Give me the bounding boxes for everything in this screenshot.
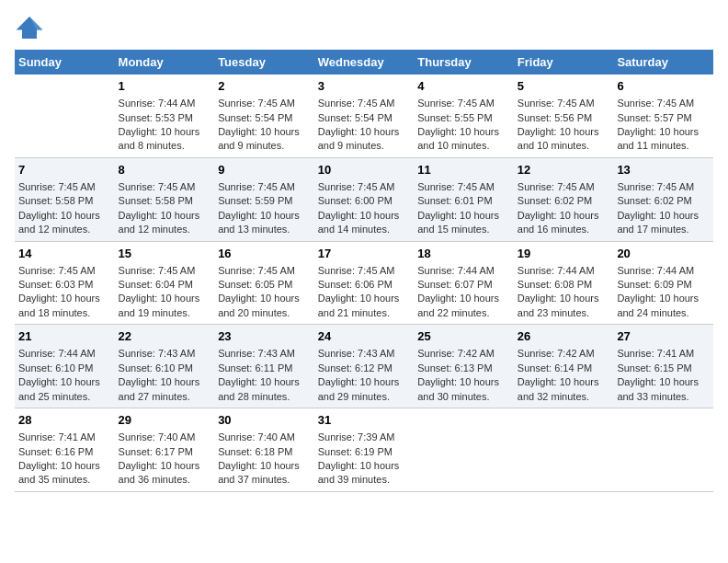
calendar-cell: 11Sunrise: 7:45 AMSunset: 6:01 PMDayligh… — [414, 157, 514, 241]
day-number: 9 — [218, 162, 311, 178]
col-header-sunday: Sunday — [15, 50, 115, 75]
day-number: 3 — [318, 78, 411, 95]
cell-content: Sunrise: 7:44 AMSunset: 6:08 PMDaylight:… — [518, 264, 610, 321]
day-number: 20 — [617, 246, 710, 262]
calendar-cell: 1Sunrise: 7:44 AMSunset: 5:53 PMDaylight… — [115, 75, 215, 157]
cell-content: Sunrise: 7:45 AMSunset: 5:54 PMDaylight:… — [218, 97, 311, 154]
calendar-cell: 24Sunrise: 7:43 AMSunset: 6:12 PMDayligh… — [314, 325, 415, 408]
logo-icon — [15, 15, 44, 40]
calendar-cell: 8Sunrise: 7:45 AMSunset: 5:58 PMDaylight… — [115, 157, 215, 241]
cell-content: Sunrise: 7:45 AMSunset: 6:00 PMDaylight:… — [318, 180, 411, 237]
calendar-week-3: 14Sunrise: 7:45 AMSunset: 6:03 PMDayligh… — [15, 241, 713, 325]
day-number: 17 — [318, 246, 411, 262]
day-number: 27 — [617, 328, 710, 345]
day-number: 11 — [417, 162, 510, 178]
calendar-week-1: 1Sunrise: 7:44 AMSunset: 5:53 PMDaylight… — [15, 75, 713, 157]
calendar-cell: 25Sunrise: 7:42 AMSunset: 6:13 PMDayligh… — [414, 325, 514, 408]
cell-content: Sunrise: 7:45 AMSunset: 5:58 PMDaylight:… — [119, 180, 211, 237]
day-number: 12 — [518, 162, 610, 178]
day-number: 19 — [518, 246, 610, 262]
cell-content: Sunrise: 7:45 AMSunset: 5:58 PMDaylight:… — [18, 180, 111, 237]
logo — [15, 15, 48, 40]
day-number: 6 — [617, 78, 710, 95]
calendar-cell: 9Sunrise: 7:45 AMSunset: 5:59 PMDaylight… — [214, 157, 314, 241]
day-number: 13 — [617, 162, 710, 178]
day-number: 7 — [18, 162, 111, 178]
day-number: 1 — [119, 78, 211, 95]
day-number: 5 — [518, 78, 610, 95]
calendar-cell: 18Sunrise: 7:44 AMSunset: 6:07 PMDayligh… — [414, 241, 514, 325]
calendar-cell: 3Sunrise: 7:45 AMSunset: 5:54 PMDaylight… — [314, 75, 415, 157]
calendar-cell: 29Sunrise: 7:40 AMSunset: 6:17 PMDayligh… — [115, 408, 215, 492]
col-header-saturday: Saturday — [613, 50, 713, 75]
cell-content: Sunrise: 7:45 AMSunset: 5:56 PMDaylight:… — [518, 97, 610, 154]
cell-content: Sunrise: 7:45 AMSunset: 5:59 PMDaylight:… — [218, 180, 311, 237]
cell-content: Sunrise: 7:45 AMSunset: 5:57 PMDaylight:… — [617, 97, 710, 154]
cell-content: Sunrise: 7:44 AMSunset: 6:09 PMDaylight:… — [617, 264, 710, 321]
cell-content: Sunrise: 7:44 AMSunset: 5:53 PMDaylight:… — [119, 97, 211, 154]
cell-content: Sunrise: 7:45 AMSunset: 6:02 PMDaylight:… — [518, 180, 610, 237]
cell-content: Sunrise: 7:42 AMSunset: 6:14 PMDaylight:… — [518, 347, 610, 404]
day-number: 2 — [218, 78, 311, 95]
day-number: 25 — [417, 328, 510, 345]
cell-content: Sunrise: 7:45 AMSunset: 6:06 PMDaylight:… — [318, 264, 411, 321]
calendar-cell: 27Sunrise: 7:41 AMSunset: 6:15 PMDayligh… — [613, 325, 713, 408]
cell-content: Sunrise: 7:41 AMSunset: 6:16 PMDaylight:… — [18, 431, 111, 488]
calendar-cell: 14Sunrise: 7:45 AMSunset: 6:03 PMDayligh… — [15, 241, 115, 325]
cell-content: Sunrise: 7:44 AMSunset: 6:07 PMDaylight:… — [417, 264, 510, 321]
day-number: 24 — [318, 328, 411, 345]
calendar-cell: 17Sunrise: 7:45 AMSunset: 6:06 PMDayligh… — [314, 241, 415, 325]
col-header-friday: Friday — [514, 50, 614, 75]
header — [15, 15, 713, 40]
calendar-cell: 21Sunrise: 7:44 AMSunset: 6:10 PMDayligh… — [15, 325, 115, 408]
calendar-cell: 16Sunrise: 7:45 AMSunset: 6:05 PMDayligh… — [214, 241, 314, 325]
calendar-cell — [613, 408, 713, 492]
col-header-monday: Monday — [115, 50, 215, 75]
calendar-week-4: 21Sunrise: 7:44 AMSunset: 6:10 PMDayligh… — [15, 325, 713, 408]
cell-content: Sunrise: 7:39 AMSunset: 6:19 PMDaylight:… — [318, 431, 411, 488]
calendar-cell: 23Sunrise: 7:43 AMSunset: 6:11 PMDayligh… — [214, 325, 314, 408]
day-number: 28 — [18, 412, 111, 429]
calendar-cell: 12Sunrise: 7:45 AMSunset: 6:02 PMDayligh… — [514, 157, 614, 241]
cell-content: Sunrise: 7:45 AMSunset: 6:03 PMDaylight:… — [18, 264, 111, 321]
day-number: 21 — [18, 328, 111, 345]
calendar-week-5: 28Sunrise: 7:41 AMSunset: 6:16 PMDayligh… — [15, 408, 713, 492]
calendar-cell: 26Sunrise: 7:42 AMSunset: 6:14 PMDayligh… — [514, 325, 614, 408]
day-number: 14 — [18, 246, 111, 262]
day-number: 15 — [119, 246, 211, 262]
cell-content: Sunrise: 7:45 AMSunset: 6:04 PMDaylight:… — [119, 264, 211, 321]
header-row: SundayMondayTuesdayWednesdayThursdayFrid… — [15, 50, 713, 75]
calendar-cell: 4Sunrise: 7:45 AMSunset: 5:55 PMDaylight… — [414, 75, 514, 157]
col-header-wednesday: Wednesday — [314, 50, 415, 75]
cell-content: Sunrise: 7:45 AMSunset: 6:05 PMDaylight:… — [218, 264, 311, 321]
calendar-cell: 30Sunrise: 7:40 AMSunset: 6:18 PMDayligh… — [214, 408, 314, 492]
day-number: 4 — [417, 78, 510, 95]
calendar-cell: 15Sunrise: 7:45 AMSunset: 6:04 PMDayligh… — [115, 241, 215, 325]
day-number: 16 — [218, 246, 311, 262]
cell-content: Sunrise: 7:44 AMSunset: 6:10 PMDaylight:… — [18, 347, 111, 404]
cell-content: Sunrise: 7:43 AMSunset: 6:11 PMDaylight:… — [218, 347, 311, 404]
cell-content: Sunrise: 7:42 AMSunset: 6:13 PMDaylight:… — [417, 347, 510, 404]
col-header-thursday: Thursday — [414, 50, 514, 75]
day-number: 30 — [218, 412, 311, 429]
cell-content: Sunrise: 7:45 AMSunset: 6:01 PMDaylight:… — [417, 180, 510, 237]
day-number: 10 — [318, 162, 411, 178]
calendar-cell: 22Sunrise: 7:43 AMSunset: 6:10 PMDayligh… — [115, 325, 215, 408]
day-number: 29 — [119, 412, 211, 429]
cell-content: Sunrise: 7:45 AMSunset: 6:02 PMDaylight:… — [617, 180, 710, 237]
day-number: 23 — [218, 328, 311, 345]
calendar-cell: 31Sunrise: 7:39 AMSunset: 6:19 PMDayligh… — [314, 408, 415, 492]
calendar-cell — [15, 75, 115, 157]
cell-content: Sunrise: 7:43 AMSunset: 6:10 PMDaylight:… — [119, 347, 211, 404]
calendar-cell: 28Sunrise: 7:41 AMSunset: 6:16 PMDayligh… — [15, 408, 115, 492]
cell-content: Sunrise: 7:40 AMSunset: 6:17 PMDaylight:… — [119, 431, 211, 488]
calendar-cell: 10Sunrise: 7:45 AMSunset: 6:00 PMDayligh… — [314, 157, 415, 241]
cell-content: Sunrise: 7:43 AMSunset: 6:12 PMDaylight:… — [318, 347, 411, 404]
calendar-cell: 19Sunrise: 7:44 AMSunset: 6:08 PMDayligh… — [514, 241, 614, 325]
cell-content: Sunrise: 7:41 AMSunset: 6:15 PMDaylight:… — [617, 347, 710, 404]
cell-content: Sunrise: 7:40 AMSunset: 6:18 PMDaylight:… — [218, 431, 311, 488]
day-number: 26 — [518, 328, 610, 345]
calendar-table: SundayMondayTuesdayWednesdayThursdayFrid… — [15, 50, 713, 492]
day-number: 31 — [318, 412, 411, 429]
day-number: 22 — [119, 328, 211, 345]
